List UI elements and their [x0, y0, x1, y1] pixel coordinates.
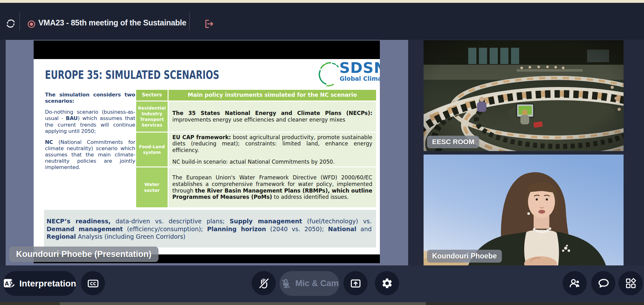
screenshare-view[interactable]: EUROPE 35: SIMULATED SCENARIOS SDSN Glob…	[34, 41, 380, 263]
sdsn-logo-text: SDSN	[339, 60, 380, 75]
intro-heading: The simulation considers two scenarios:	[45, 92, 135, 104]
row-label: Water sector	[136, 167, 168, 207]
slide-title: EUROPE 35: SIMULATED SCENARIOS	[45, 68, 219, 82]
titlebar: VMA23 - 85th meeting of the Sustainable	[0, 3, 644, 40]
policy-table: Sectors Main policy instruments simulate…	[136, 90, 376, 207]
bottom-edge-strip	[426, 302, 644, 305]
sdsn-logo-arcs	[316, 60, 339, 87]
intro-paragraph: NC (National Commitments for climate neu…	[45, 139, 135, 171]
leave-meeting-icon[interactable]	[204, 19, 214, 29]
share-screen-button[interactable]	[343, 271, 368, 295]
table-row: Food-Landsystem EU CAP framework: boost …	[136, 133, 376, 166]
table-row: ResidentialIndustryTransportServices The…	[136, 101, 376, 132]
meeting-app-window: VMA23 - 85th meeting of the Sustainable …	[0, 0, 644, 305]
titlebar-divider	[19, 12, 20, 30]
row-label: ResidentialIndustryTransportServices	[136, 101, 168, 132]
table-header-row: Sectors Main policy instruments simulate…	[136, 90, 376, 101]
mic-cam-button[interactable]: Mic & Cam	[280, 271, 339, 296]
captions-button[interactable]: CC	[81, 271, 105, 295]
svg-text:CC: CC	[90, 281, 96, 286]
apps-button[interactable]	[619, 271, 643, 295]
table-row: Water sector The European Union's Water …	[136, 167, 376, 207]
svg-text:A: A	[5, 280, 9, 286]
titlebar-divider	[189, 12, 190, 30]
webcam-video	[424, 155, 624, 265]
row-content: The 35 States National Energy and Climat…	[169, 101, 376, 132]
row-label: Food-Landsystem	[136, 133, 168, 166]
header-policy: Main policy instruments simulated for th…	[169, 90, 376, 101]
row-content: The European Union's Water Framework Dir…	[169, 167, 376, 207]
video-tile-eesc-room[interactable]: EESC ROOM	[424, 40, 624, 151]
bottom-edge-strip	[0, 302, 60, 305]
slide-intro-text: The simulation considers two scenarios: …	[45, 92, 135, 175]
participants-button[interactable]	[563, 271, 587, 295]
video-name-label: EESC ROOM	[427, 136, 479, 148]
chat-button[interactable]	[591, 271, 615, 295]
gear-icon	[381, 277, 393, 289]
slide-summary-box: NECP’s readiness, data-driven vs. descri…	[44, 210, 376, 248]
intro-paragraph: Do-nothing scenario (business-as-usual -…	[45, 109, 135, 134]
window-top-strip	[0, 0, 644, 3]
video-tile-koundouri-phoebe[interactable]: Koundouri Phoebe	[424, 155, 624, 265]
interpretation-button[interactable]: A Interpretation	[3, 271, 76, 296]
cc-icon: CC	[87, 277, 99, 289]
mic-cam-label: Mic & Cam	[295, 279, 339, 288]
interpretation-icon: A	[3, 278, 16, 289]
apps-grid-icon	[625, 277, 637, 289]
raise-hand-button[interactable]	[252, 271, 276, 295]
sdsn-logo: SDSN Global Climate Hub	[316, 60, 380, 87]
mic-muted-icon	[280, 278, 291, 289]
slide: EUROPE 35: SIMULATED SCENARIOS SDSN Glob…	[34, 59, 380, 254]
presenter-name-label: Koundouri Phoebe (Presentation)	[9, 247, 158, 262]
video-name-label: Koundouri Phoebe	[427, 250, 502, 263]
chat-icon	[597, 277, 610, 290]
bottom-edge-scrollbar	[60, 302, 426, 305]
meeting-title: VMA23 - 85th meeting of the Sustainable	[38, 18, 186, 27]
settings-button[interactable]	[375, 271, 399, 295]
interpretation-label: Interpretation	[19, 279, 76, 289]
sync-icon[interactable]	[5, 18, 16, 29]
row-content: EU CAP framework: boost agricultural pro…	[169, 133, 376, 166]
share-screen-icon	[350, 277, 362, 289]
participants-icon	[569, 277, 581, 290]
header-sectors: Sectors	[136, 90, 168, 101]
sdsn-logo-subtext: Global Climate Hub	[340, 76, 380, 82]
conference-room-video	[424, 40, 624, 151]
raise-hand-disabled-icon	[258, 277, 270, 290]
record-icon	[27, 20, 36, 29]
